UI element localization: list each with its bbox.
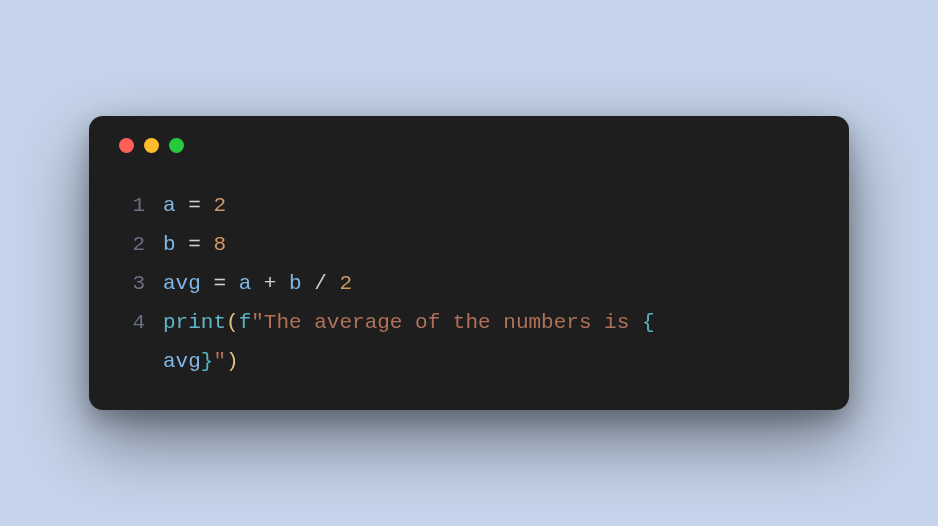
token: + [251, 272, 289, 295]
line-number: 2 [115, 226, 145, 265]
code-source: avg = a + b / 2 [145, 265, 352, 304]
token: = [176, 194, 214, 217]
code-line: 1a = 2 [115, 187, 823, 226]
token: / [302, 272, 340, 295]
code-block: 1a = 22b = 83avg = a + b / 24print(f"The… [115, 187, 823, 381]
code-source: a = 2 [145, 187, 226, 226]
token: a [239, 272, 252, 295]
token: a [163, 194, 176, 217]
token: f [239, 311, 252, 334]
code-line: 4print(f"The average of the numbers is { [115, 304, 823, 343]
token: } [201, 350, 214, 373]
code-window: 1a = 22b = 83avg = a + b / 24print(f"The… [89, 116, 849, 409]
traffic-lights [119, 138, 823, 153]
code-line: 3avg = a + b / 2 [115, 265, 823, 304]
code-source: b = 8 [145, 226, 226, 265]
token: b [163, 233, 176, 256]
code-line-continuation: avg}") [115, 343, 823, 382]
line-number: 4 [115, 304, 145, 343]
token: avg [163, 272, 201, 295]
code-source: avg}") [145, 343, 239, 382]
code-line: 2b = 8 [115, 226, 823, 265]
code-source: print(f"The average of the numbers is { [145, 304, 655, 343]
token: " [213, 350, 226, 373]
token: print [163, 311, 226, 334]
token: ( [226, 311, 239, 334]
minimize-icon[interactable] [144, 138, 159, 153]
token: b [289, 272, 302, 295]
token: "The average of the numbers is [251, 311, 642, 334]
token: ) [226, 350, 239, 373]
zoom-icon[interactable] [169, 138, 184, 153]
line-number: 3 [115, 265, 145, 304]
token: 2 [213, 194, 226, 217]
close-icon[interactable] [119, 138, 134, 153]
token: = [176, 233, 214, 256]
token: 2 [339, 272, 352, 295]
token: = [201, 272, 239, 295]
token: 8 [213, 233, 226, 256]
token: avg [163, 350, 201, 373]
token: { [642, 311, 655, 334]
line-number: 1 [115, 187, 145, 226]
